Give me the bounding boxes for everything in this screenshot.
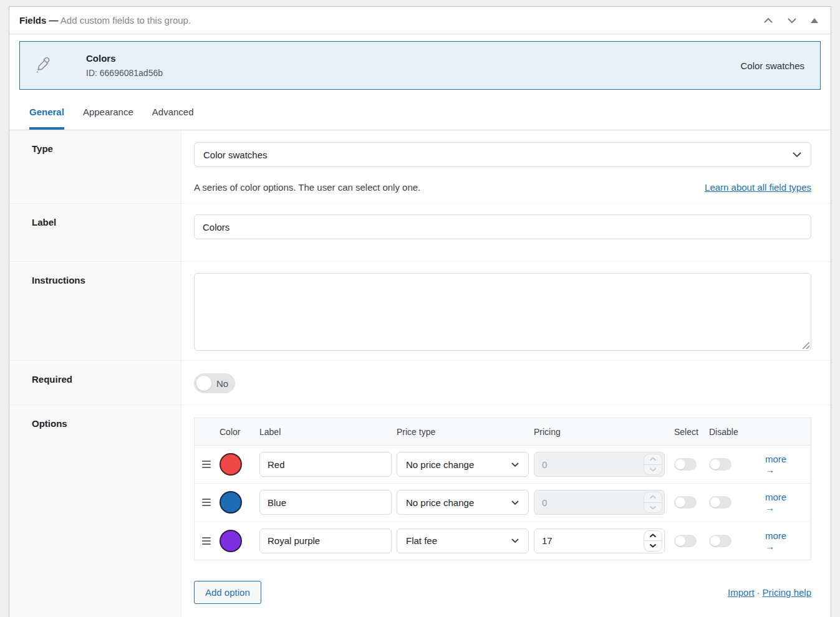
section-label: Label xyxy=(9,204,831,262)
disable-toggle[interactable] xyxy=(709,535,731,547)
option-label-input[interactable] xyxy=(259,452,392,477)
required-content: No xyxy=(181,361,831,404)
add-option-button[interactable]: Add option xyxy=(194,581,261,604)
color-swatch[interactable] xyxy=(220,530,242,552)
tab-general[interactable]: General xyxy=(29,94,64,130)
metabox-subtitle: Add custom fields to this group. xyxy=(60,15,191,26)
learn-field-types-link[interactable]: Learn about all field types xyxy=(705,182,811,193)
option-row-royal-purple: Flat fee xyxy=(195,522,811,560)
price-type-value: No price change xyxy=(406,497,474,508)
collapse-panel-button[interactable] xyxy=(808,16,821,26)
price-type-value: No price change xyxy=(406,459,474,470)
section-required: Required No xyxy=(9,361,831,405)
option-row-blue: No price change xyxy=(195,484,811,522)
more-link[interactable]: more → xyxy=(765,492,795,513)
type-description: A series of color options. The user can … xyxy=(194,182,420,193)
chevron-down-icon xyxy=(511,500,519,505)
drag-handle-icon[interactable] xyxy=(202,499,211,506)
more-link[interactable]: more → xyxy=(765,454,795,475)
toggle-knob xyxy=(675,497,685,507)
price-type-select[interactable]: No price change xyxy=(397,452,529,477)
tab-advanced[interactable]: Advanced xyxy=(152,94,194,130)
options-table-header: Color Label Price type Pricing Select Di… xyxy=(195,418,811,446)
drag-handle-icon[interactable] xyxy=(202,461,211,468)
disable-toggle[interactable] xyxy=(709,458,731,471)
select-toggle[interactable] xyxy=(674,496,697,509)
col-header-disable: Disable xyxy=(709,427,765,437)
color-swatch[interactable] xyxy=(220,491,242,514)
eyedropper-icon xyxy=(35,55,51,75)
label-content xyxy=(181,204,831,261)
field-name: Colors xyxy=(86,53,163,64)
move-down-button[interactable] xyxy=(784,15,799,26)
price-type-select[interactable]: No price change xyxy=(397,490,529,515)
label-label: Label xyxy=(9,204,181,261)
options-footer-links: Import·Pricing help xyxy=(728,587,811,598)
option-row-red: No price change xyxy=(195,446,811,484)
drag-handle-icon[interactable] xyxy=(202,537,211,545)
required-toggle[interactable]: No xyxy=(194,373,235,393)
options-table: Color Label Price type Pricing Select Di… xyxy=(194,418,811,560)
col-header-color: Color xyxy=(220,427,259,437)
number-stepper xyxy=(644,530,662,552)
metabox-controls xyxy=(761,15,821,26)
type-content: Color swatches A series of color options… xyxy=(181,130,831,203)
stepper-up-button[interactable] xyxy=(644,454,662,464)
toggle-knob xyxy=(710,497,720,507)
pricing-field xyxy=(534,490,665,515)
tab-appearance[interactable]: Appearance xyxy=(83,94,133,130)
section-options: Options Color Label Price type Pricing S… xyxy=(9,405,831,617)
metabox-title-text: Fields — xyxy=(19,15,59,26)
col-header-select: Select xyxy=(674,427,709,437)
resize-handle[interactable] xyxy=(803,342,809,349)
instructions-label: Instructions xyxy=(9,262,181,360)
stepper-up-button[interactable] xyxy=(644,492,662,502)
label-input[interactable] xyxy=(194,214,811,239)
col-header-label: Label xyxy=(259,427,397,437)
move-up-button[interactable] xyxy=(761,15,776,26)
instructions-textarea[interactable] xyxy=(194,273,811,351)
option-label-input[interactable] xyxy=(259,490,392,515)
price-type-value: Flat fee xyxy=(406,535,437,546)
chevron-up-icon xyxy=(763,17,773,24)
col-header-pricing: Pricing xyxy=(534,427,674,437)
chevron-down-icon xyxy=(787,17,797,24)
stepper-down-button[interactable] xyxy=(644,464,662,475)
stepper-up-button[interactable] xyxy=(644,531,662,541)
type-label: Type xyxy=(9,130,181,203)
number-stepper xyxy=(644,492,662,513)
import-link[interactable]: Import xyxy=(728,587,755,598)
metabox-title: Fields — Add custom fields to this group… xyxy=(19,15,191,26)
link-separator: · xyxy=(757,587,760,598)
field-id: ID: 66696081ad56b xyxy=(86,68,163,78)
metabox-header: Fields — Add custom fields to this group… xyxy=(9,7,831,34)
field-type-label: Color swatches xyxy=(740,60,804,71)
field-type-select[interactable]: Color swatches xyxy=(194,142,811,167)
stepper-down-button[interactable] xyxy=(644,540,662,551)
toggle-knob xyxy=(675,459,685,469)
chevron-down-icon xyxy=(792,151,802,158)
option-label-input[interactable] xyxy=(259,529,392,553)
chevron-down-icon xyxy=(511,538,519,543)
disable-toggle[interactable] xyxy=(709,496,731,509)
section-instructions: Instructions xyxy=(9,262,831,361)
section-type: Type Color swatches A series of color op… xyxy=(9,130,831,204)
pricing-field xyxy=(534,452,665,477)
select-toggle[interactable] xyxy=(674,535,697,547)
col-header-price-type: Price type xyxy=(397,427,534,437)
toggle-knob xyxy=(710,536,720,546)
field-type-icon-wrap xyxy=(35,55,64,75)
field-row-banner[interactable]: Colors ID: 66696081ad56b Color swatches xyxy=(19,41,821,90)
stepper-down-button[interactable] xyxy=(644,502,662,513)
number-stepper xyxy=(644,454,662,475)
chevron-down-icon xyxy=(511,462,519,467)
select-toggle[interactable] xyxy=(674,458,697,471)
field-banner-text: Colors ID: 66696081ad56b xyxy=(86,53,163,78)
price-type-select[interactable]: Flat fee xyxy=(397,529,529,553)
type-description-row: A series of color options. The user can … xyxy=(194,182,811,193)
field-settings-tabs: General Appearance Advanced xyxy=(9,94,831,130)
color-swatch[interactable] xyxy=(220,453,242,476)
instructions-content xyxy=(181,262,831,360)
pricing-help-link[interactable]: Pricing help xyxy=(763,587,811,598)
more-link[interactable]: more → xyxy=(765,530,795,552)
